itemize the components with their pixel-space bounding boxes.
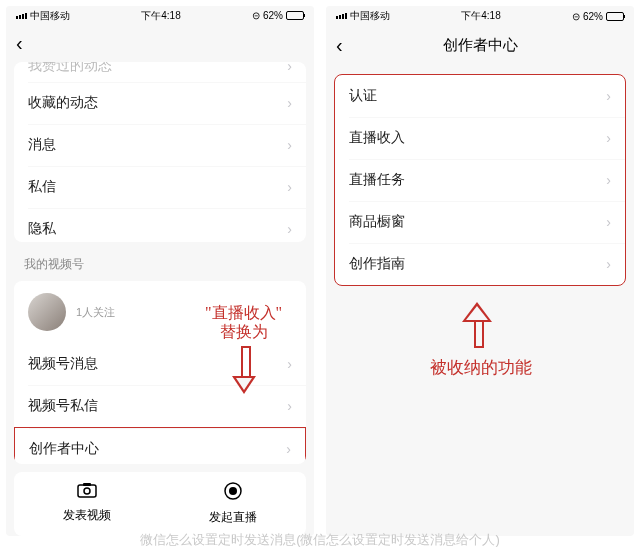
- chevron-right-icon: ›: [606, 214, 611, 230]
- list-item[interactable]: 私信 ›: [14, 166, 306, 208]
- annotation-replace: "直播收入" 替换为: [205, 303, 282, 341]
- svg-point-4: [229, 487, 237, 495]
- carrier-label: 中国移动: [30, 9, 70, 23]
- list-item[interactable]: 认证 ›: [335, 75, 625, 117]
- clock: 下午4:18: [141, 9, 180, 23]
- list-item[interactable]: 创作指南 ›: [335, 243, 625, 285]
- creator-center-row[interactable]: 创作者中心 ›: [14, 427, 306, 464]
- status-bar: 中国移动 下午4:18 ⊝ 62%: [326, 6, 634, 26]
- status-bar: 中国移动 下午4:18 ⊝ 62%: [6, 6, 314, 25]
- carrier-label: 中国移动: [350, 9, 390, 23]
- list-item[interactable]: 直播任务 ›: [335, 159, 625, 201]
- page-title: 创作者中心: [326, 36, 634, 55]
- settings-group-1: 我赞过的动态 › 收藏的动态 › 消息 › 私信 › 隐私 ›: [14, 62, 306, 243]
- chevron-right-icon: ›: [286, 441, 291, 457]
- signal-icon: [336, 13, 347, 19]
- svg-rect-2: [83, 483, 91, 486]
- nav-bar: ‹: [6, 25, 314, 62]
- follower-count: 1人关注: [76, 305, 115, 320]
- arrow-down-icon: [232, 346, 256, 396]
- avatar: [28, 293, 66, 331]
- battery-icon: [606, 12, 624, 21]
- do-not-disturb-icon: ⊝: [252, 10, 260, 21]
- chevron-right-icon: ›: [287, 398, 292, 414]
- list-item[interactable]: 消息 ›: [14, 124, 306, 166]
- clock: 下午4:18: [461, 9, 500, 23]
- chevron-right-icon: ›: [287, 221, 292, 237]
- chevron-right-icon: ›: [606, 256, 611, 272]
- chevron-right-icon: ›: [287, 62, 292, 74]
- annotation-collapsed: 被收纳的功能: [430, 358, 532, 378]
- list-item[interactable]: 收藏的动态 ›: [14, 82, 306, 124]
- nav-bar: ‹ 创作者中心: [326, 26, 634, 64]
- chevron-right-icon: ›: [287, 356, 292, 372]
- footer-caption: 微信怎么设置定时发送消息(微信怎么设置定时发送消息给个人): [0, 531, 640, 549]
- list-item[interactable]: 商品橱窗 ›: [335, 201, 625, 243]
- chevron-right-icon: ›: [287, 179, 292, 195]
- battery-pct: 62%: [583, 11, 603, 22]
- bottom-actions: 发表视频 发起直播: [14, 472, 306, 536]
- live-icon: [224, 482, 242, 505]
- svg-rect-0: [78, 485, 96, 497]
- phone-right: 中国移动 下午4:18 ⊝ 62% ‹ 创作者中心 认证 › 直播收入 ›: [326, 6, 634, 536]
- section-header: 我的视频号: [6, 242, 314, 281]
- do-not-disturb-icon: ⊝: [572, 11, 580, 22]
- battery-icon: [286, 11, 304, 20]
- chevron-right-icon: ›: [606, 172, 611, 188]
- arrow-up-icon: [462, 298, 492, 348]
- list-item[interactable]: 视频号私信 ›: [14, 385, 306, 427]
- signal-icon: [16, 13, 27, 19]
- chevron-right-icon: ›: [606, 88, 611, 104]
- camera-icon: [77, 482, 97, 503]
- creator-menu-group: 认证 › 直播收入 › 直播任务 › 商品橱窗 › 创作指南 ›: [334, 74, 626, 286]
- battery-pct: 62%: [263, 10, 283, 21]
- chevron-right-icon: ›: [287, 95, 292, 111]
- list-item[interactable]: 视频号消息 ›: [14, 343, 306, 385]
- publish-video-button[interactable]: 发表视频: [14, 472, 160, 536]
- chevron-right-icon: ›: [287, 137, 292, 153]
- chevron-right-icon: ›: [606, 130, 611, 146]
- svg-point-1: [84, 488, 90, 494]
- back-button[interactable]: ‹: [16, 32, 23, 55]
- list-item-cutoff[interactable]: 我赞过的动态 ›: [14, 62, 306, 82]
- list-item[interactable]: 直播收入 ›: [335, 117, 625, 159]
- start-live-button[interactable]: 发起直播: [160, 472, 306, 536]
- list-item[interactable]: 隐私 ›: [14, 208, 306, 243]
- phone-left: 中国移动 下午4:18 ⊝ 62% ‹ 我赞过的动态 › 收藏的动态 › 消息: [6, 6, 314, 536]
